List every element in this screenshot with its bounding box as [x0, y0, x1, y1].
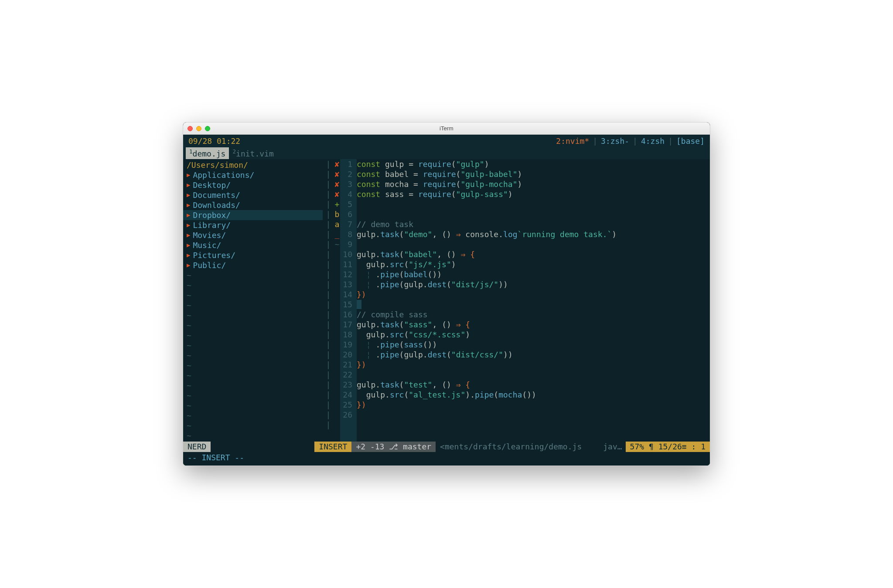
folder-icon: ▶	[187, 220, 190, 230]
buffer-tabbar: 1demo.js 2init.vim	[183, 147, 710, 159]
tree-item[interactable]: ▶Public/	[183, 260, 323, 270]
empty-line: ~	[183, 360, 323, 370]
empty-line: ~	[183, 401, 323, 411]
code-line[interactable]	[357, 199, 706, 209]
empty-line: ~	[183, 330, 323, 340]
empty-line: ~	[183, 421, 323, 431]
separator: |	[668, 136, 673, 146]
folder-icon: ▶	[187, 230, 190, 240]
code-line[interactable]: gulp.src("al_test.js").pipe(mocha())	[357, 390, 706, 400]
tree-item[interactable]: ▶Library/	[183, 220, 323, 230]
code-line[interactable]: })	[357, 360, 706, 370]
folder-icon: ▶	[187, 260, 190, 270]
line-numbers: 1234567891011121314151617181920212223242…	[340, 159, 357, 442]
code-line[interactable]: gulp.src("js/*.js")	[357, 259, 706, 269]
window-title: iTerm	[183, 125, 710, 132]
status-gap	[211, 442, 314, 452]
code-line[interactable]	[357, 209, 706, 219]
separator: |	[633, 136, 637, 146]
status-nerd: NERD	[183, 442, 211, 452]
code-line[interactable]: })	[357, 289, 706, 299]
code-line[interactable]: const babel = require("gulp-babel")	[357, 169, 706, 179]
tmux-tab-zsh4[interactable]: 4:zsh	[641, 136, 665, 146]
code-line[interactable]: ¦ .pipe(gulp.dest("dist/js/"))	[357, 279, 706, 289]
code-line[interactable]	[357, 370, 706, 380]
tree-item[interactable]: ▶Movies/	[183, 230, 323, 240]
empty-line: ~	[183, 391, 323, 401]
code-line[interactable]: // demo task	[357, 219, 706, 229]
tmux-windows: 2:nvim* | 3:zsh- | 4:zsh | [base]	[556, 136, 705, 146]
folder-icon: ▶	[187, 250, 190, 260]
tree-item[interactable]: ▶Pictures/	[183, 250, 323, 260]
code-line[interactable]: const gulp = require("gulp")	[357, 159, 706, 169]
code-line[interactable]: })	[357, 400, 706, 410]
status-mode: INSERT	[314, 442, 351, 452]
tree-item[interactable]: ▶Music/	[183, 240, 323, 250]
empty-line: ~	[183, 300, 323, 310]
folder-icon: ▶	[187, 180, 190, 190]
folder-icon: ▶	[187, 240, 190, 250]
gutter-separator: |||||||||||||||||||||||||||	[323, 159, 334, 442]
clock: 09/28 01:22	[188, 136, 240, 146]
tmux-tab-nvim[interactable]: 2:nvim*	[556, 136, 589, 146]
empty-line: ~	[183, 270, 323, 280]
tree-item[interactable]: ▶Dropbox/	[183, 210, 323, 220]
buffer-tab-active[interactable]: 1demo.js	[186, 147, 229, 159]
empty-line: ~	[183, 370, 323, 381]
code-line[interactable]	[357, 239, 706, 249]
terminal-window: iTerm 09/28 01:22 2:nvim* | 3:zsh- | 4:z…	[183, 122, 710, 466]
empty-line: ~	[183, 431, 323, 441]
file-tree[interactable]: /Users/simon/ ▶Applications/▶Desktop/▶Do…	[183, 159, 323, 442]
folder-icon: ▶	[187, 200, 190, 210]
code-line[interactable]: ¦ .pipe(babel())	[357, 269, 706, 279]
folder-icon: ▶	[187, 190, 190, 200]
tree-item[interactable]: ▶Desktop/	[183, 180, 323, 190]
titlebar: iTerm	[183, 122, 710, 135]
status-git: +2 -13 ⎇ master	[351, 442, 436, 452]
code-line[interactable]: ¦ .pipe(gulp.dest("dist/css/"))	[357, 350, 706, 360]
code-line[interactable]: gulp.task("test", () ⇒ {	[357, 380, 706, 390]
tmux-statusbar: 09/28 01:22 2:nvim* | 3:zsh- | 4:zsh | […	[183, 135, 710, 147]
empty-line: ~	[183, 411, 323, 421]
code-line[interactable]	[357, 299, 706, 309]
tmux-session: [base]	[676, 136, 705, 146]
code-line[interactable]: const sass = require("gulp-sass")	[357, 189, 706, 199]
code-line[interactable]: gulp.task("sass", () ⇒ {	[357, 319, 706, 330]
code-line[interactable]: gulp.src("css/*.scss")	[357, 330, 706, 340]
tree-root-path: /Users/simon/	[183, 160, 323, 170]
sign-column: ✘✘✘✘ + b a _~	[334, 159, 340, 442]
tree-item[interactable]: ▶Applications/	[183, 170, 323, 180]
empty-line: ~	[183, 350, 323, 360]
folder-icon: ▶	[187, 210, 190, 220]
empty-line: ~	[183, 280, 323, 290]
code-line[interactable]: gulp.task("babel", () ⇒ {	[357, 249, 706, 259]
separator: |	[593, 136, 597, 146]
empty-line: ~	[183, 381, 323, 391]
code-line[interactable]: gulp.task("demo", () ⇒ console.log`runni…	[357, 229, 706, 239]
command-line: -- INSERT --	[183, 452, 710, 466]
empty-line: ~	[183, 290, 323, 300]
status-position: 57% ¶ 15/26≡ : 1	[626, 442, 710, 452]
vim-statusbar: NERD INSERT +2 -13 ⎇ master <ments/draft…	[183, 442, 710, 452]
empty-line: ~	[183, 340, 323, 350]
code-line[interactable]: // compile sass	[357, 309, 706, 319]
code-line[interactable]	[357, 410, 706, 420]
tree-item[interactable]: ▶Downloads/	[183, 200, 323, 210]
status-filetype: jav…	[600, 442, 625, 452]
buffer-tab[interactable]: 2init.vim	[229, 147, 277, 159]
code-line[interactable]: const mocha = require("gulp-mocha")	[357, 179, 706, 189]
folder-icon: ▶	[187, 170, 190, 180]
editor-main: /Users/simon/ ▶Applications/▶Desktop/▶Do…	[183, 159, 710, 442]
code-line[interactable]: ¦ .pipe(sass())	[357, 340, 706, 350]
status-path: <ments/drafts/learning/demo.js	[436, 442, 600, 452]
empty-line: ~	[183, 320, 323, 330]
tmux-tab-zsh3[interactable]: 3:zsh-	[601, 136, 629, 146]
empty-line: ~	[183, 310, 323, 320]
tree-item[interactable]: ▶Documents/	[183, 190, 323, 200]
code-editor[interactable]: const gulp = require("gulp")const babel …	[357, 159, 710, 442]
